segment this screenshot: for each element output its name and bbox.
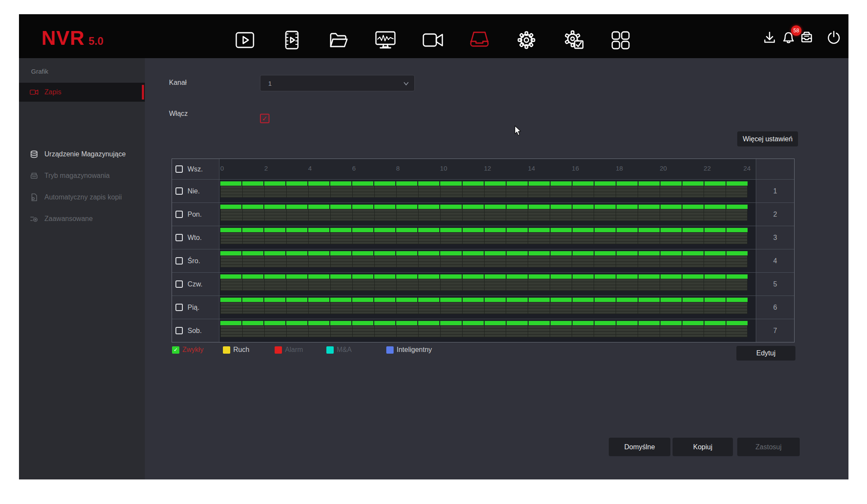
day-label-cell: Śro. <box>172 249 219 272</box>
day-checkbox[interactable] <box>175 211 183 218</box>
legend-item-1[interactable]: Ruch <box>223 346 249 354</box>
day-timeline-cell[interactable] <box>219 226 756 249</box>
day-checkbox[interactable] <box>175 187 183 195</box>
day-checkbox[interactable] <box>175 257 183 264</box>
legend-label: Alarm <box>285 346 303 354</box>
app-logo: NVR 5.0 <box>41 26 103 50</box>
day-timeline-cell[interactable] <box>219 296 756 319</box>
legend-label: Ruch <box>233 346 249 354</box>
day-timeline-cell[interactable] <box>219 203 756 226</box>
sidebar-item-auto-backup[interactable]: Automatyczny zapis kopii <box>19 188 145 207</box>
day-number: 5 <box>756 273 794 296</box>
day-schedule-bars <box>220 321 748 337</box>
day-label-cell: Pią. <box>172 296 219 319</box>
hour-tick: 4 <box>308 165 312 172</box>
legend-swatch <box>386 346 394 354</box>
empty-record-tracks <box>220 255 748 268</box>
day-number: 4 <box>756 249 794 272</box>
channel-icon[interactable] <box>421 28 445 52</box>
hour-tick: 12 <box>484 165 491 172</box>
sidebar-item-label: Zapis <box>44 88 61 96</box>
empty-record-tracks <box>220 232 748 244</box>
normal-record-track <box>220 251 748 255</box>
enable-checkbox[interactable]: ✓ <box>260 114 269 123</box>
sidebar-item-storage-device[interactable]: Urządzenie Magazynujące <box>19 145 145 164</box>
smart-analysis-icon[interactable] <box>373 28 398 52</box>
advanced-icon <box>29 214 39 224</box>
day-schedule-bars <box>220 251 748 268</box>
normal-record-track <box>220 205 748 209</box>
day-label-cell: Sob. <box>172 319 219 342</box>
normal-record-track <box>220 274 748 279</box>
preview-icon[interactable] <box>233 28 257 52</box>
schedule-day-row: Wto.3 <box>172 226 794 249</box>
normal-record-track <box>220 228 748 232</box>
legend-swatch <box>326 346 334 354</box>
sidebar-item-label: Zaawansowane <box>44 215 93 223</box>
day-checkbox[interactable] <box>175 234 183 241</box>
hour-tick: 14 <box>528 165 535 172</box>
legend-item-0[interactable]: ✓Zwykły <box>172 346 203 354</box>
day-label-cell: Wto. <box>172 226 219 249</box>
legend-item-3[interactable]: M&A <box>326 346 352 354</box>
normal-record-track <box>220 181 748 186</box>
day-timeline-cell[interactable] <box>219 319 756 342</box>
enable-label: Włącz <box>169 110 188 118</box>
sidebar-item-label: Automatyczny zapis kopii <box>44 193 122 201</box>
record-schedule-icon <box>29 87 39 97</box>
empty-record-tracks <box>220 209 748 221</box>
select-all-cell: Wsz. <box>172 159 219 179</box>
playback-icon[interactable] <box>280 28 304 52</box>
sidebar: Grafik ZapisUrządzenie MagazynująceTryb … <box>19 58 145 479</box>
log-icon[interactable] <box>798 29 815 46</box>
record-icon[interactable] <box>467 28 491 52</box>
legend-swatch <box>275 346 282 354</box>
day-timeline-cell[interactable] <box>219 249 756 272</box>
nvr-window: NVR 5.0 <box>19 14 848 479</box>
day-label: Pon. <box>188 211 202 218</box>
file-manager-icon[interactable] <box>326 28 351 52</box>
header-number-cell <box>756 159 794 179</box>
channel-label: Kanał <box>169 79 187 87</box>
display-icon[interactable] <box>608 28 632 52</box>
day-schedule-bars <box>220 181 748 198</box>
day-checkbox[interactable] <box>175 280 183 288</box>
system-icon[interactable] <box>514 28 538 52</box>
apply-button[interactable]: Zastosuj <box>737 438 800 456</box>
select-all-checkbox[interactable] <box>175 165 183 173</box>
edit-button[interactable]: Edytuj <box>736 346 795 361</box>
schedule-day-row: Sob.7 <box>172 319 794 342</box>
default-button[interactable]: Domyślne <box>609 438 670 456</box>
day-number: 1 <box>756 180 794 202</box>
day-timeline-cell[interactable] <box>219 180 756 202</box>
copy-button[interactable]: Kopiuj <box>673 438 733 456</box>
alarm-bell-icon[interactable]: 58 <box>780 29 797 46</box>
empty-record-tracks <box>220 279 748 291</box>
storage-mode-icon <box>29 171 39 180</box>
schedule-day-row: Pon.2 <box>172 202 794 226</box>
day-checkbox[interactable] <box>175 327 183 334</box>
hour-tick: 10 <box>440 165 448 172</box>
sidebar-item-storage-mode[interactable]: Tryb magazynowania <box>19 166 145 185</box>
screenshot: NVR 5.0 <box>0 0 867 504</box>
channel-select[interactable]: 1 <box>260 75 415 91</box>
hour-tick: 16 <box>572 165 579 172</box>
storage-device-icon <box>29 149 39 159</box>
maintenance-icon[interactable] <box>562 28 586 52</box>
day-label: Czw. <box>188 280 203 288</box>
day-label-cell: Czw. <box>172 273 219 296</box>
day-checkbox[interactable] <box>175 304 183 311</box>
empty-record-tracks <box>220 186 748 198</box>
download-icon[interactable] <box>761 29 778 46</box>
sidebar-item-record-schedule[interactable]: Zapis <box>19 83 145 102</box>
hour-tick: 18 <box>616 165 623 172</box>
power-icon[interactable] <box>825 29 842 46</box>
legend-item-2[interactable]: Alarm <box>275 346 303 354</box>
day-schedule-bars <box>220 298 748 314</box>
legend-item-4[interactable]: Inteligentny <box>386 346 432 354</box>
schedule-day-row: Śro.4 <box>172 249 794 272</box>
day-timeline-cell[interactable] <box>219 273 756 296</box>
more-settings-button[interactable]: Więcej ustawień <box>737 131 798 146</box>
sidebar-item-advanced[interactable]: Zaawansowane <box>19 209 145 228</box>
select-all-label: Wsz. <box>188 165 203 173</box>
